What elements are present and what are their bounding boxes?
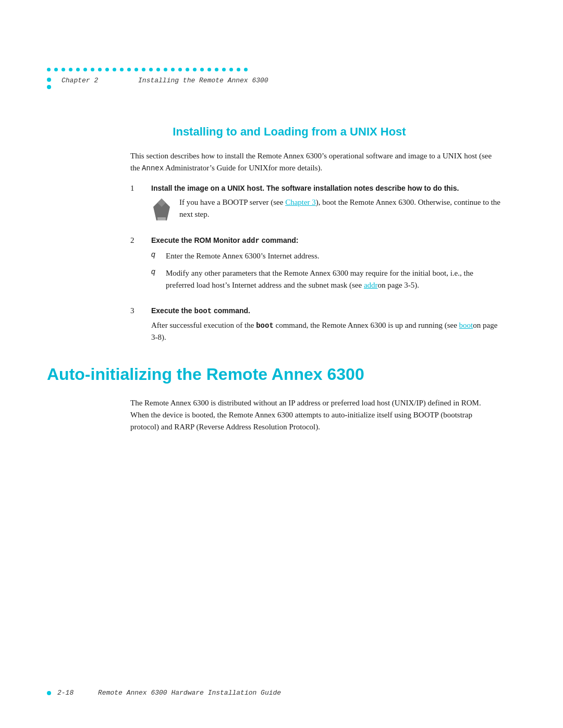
- step2-number: 2: [130, 236, 141, 245]
- step1-note-text: If you have a BOOTP server (see Chapter …: [179, 196, 500, 221]
- bullet-text-2: Modify any other parameters that the Rem…: [166, 267, 500, 292]
- addr-link[interactable]: addr: [364, 281, 378, 289]
- header-dot-4: [76, 68, 80, 71]
- step1-number: 1: [130, 184, 141, 193]
- svg-rect-2: [157, 217, 166, 220]
- header-section: Chapter 2 Installing the Remote Annex 63…: [47, 68, 532, 89]
- header-dot-17: [171, 68, 175, 71]
- header-dot-3: [69, 68, 72, 71]
- footer-text: 2-18 Remote Annex 6300 Hardware Installa…: [57, 689, 281, 697]
- header-dot-12: [134, 68, 138, 71]
- header-dot-26: [237, 68, 240, 71]
- header-dot-16: [164, 68, 167, 71]
- header-dot-25: [229, 68, 233, 71]
- step3-body: After successful execution of the boot c…: [151, 319, 500, 344]
- header-dot-18: [178, 68, 182, 71]
- section2-body: The Remote Annex 6300 is distributed wit…: [130, 397, 500, 434]
- step2-bullets: q Enter the Remote Annex 6300’s Internet…: [151, 250, 500, 292]
- header-dot-21: [200, 68, 204, 71]
- header-dot-24: [222, 68, 226, 71]
- step1-item: 1 Install the image on a UNIX host. The …: [130, 184, 500, 227]
- header-dot-10: [120, 68, 124, 71]
- footer-page-ref: 2-18: [57, 689, 74, 697]
- header-dot-2: [62, 68, 65, 71]
- header-dot-14: [149, 68, 153, 71]
- bullet-dot-2: [47, 85, 51, 89]
- header-dot-20: [193, 68, 197, 71]
- dots-line: [47, 68, 532, 71]
- step1-note: If you have a BOOTP server (see Chapter …: [151, 196, 500, 223]
- bullet-char-1: q: [151, 250, 160, 258]
- chapter-bullets: [47, 78, 51, 89]
- bullet-char-2: q: [151, 267, 160, 276]
- boot-link[interactable]: boot: [459, 321, 473, 329]
- header-dot-8: [105, 68, 109, 71]
- step2-bold: Execute the ROM Monitor addr command:: [151, 236, 500, 245]
- header-dot-5: [83, 68, 87, 71]
- main-content: Installing to and Loading from a UNIX Ho…: [47, 125, 532, 442]
- header-dot-7: [98, 68, 102, 71]
- step1-content: Install the image on a UNIX host. The so…: [151, 184, 500, 227]
- header-dot-27: [244, 68, 248, 71]
- chapter-header-text: Chapter 2 Installing the Remote Annex 63…: [62, 77, 268, 84]
- chapter3-link[interactable]: Chapter 3: [285, 198, 316, 206]
- chapter-title-text: Installing the Remote Annex 6300: [138, 77, 268, 84]
- chapter-label: Chapter 2: [62, 77, 98, 84]
- section1-intro: This section describes how to install th…: [130, 150, 500, 175]
- bullet-text-1: Enter the Remote Annex 6300’s Internet a…: [166, 250, 320, 262]
- numbered-list: 1 Install the image on a UNIX host. The …: [130, 184, 500, 344]
- header-dot-1: [54, 68, 58, 71]
- step2-bullet1: q Enter the Remote Annex 6300’s Internet…: [151, 250, 500, 262]
- header-dot-13: [142, 68, 145, 71]
- step2-content: Execute the ROM Monitor addr command: q …: [151, 236, 500, 297]
- footer-guide-title: Remote Annex 6300 Hardware Installation …: [98, 689, 281, 697]
- footer-bullet: [47, 691, 51, 695]
- step2-bullet2: q Modify any other parameters that the R…: [151, 267, 500, 292]
- bullet-dot-1: [47, 78, 51, 82]
- step2-item: 2 Execute the ROM Monitor addr command: …: [130, 236, 500, 297]
- header-dot-19: [186, 68, 189, 71]
- header-dot-11: [127, 68, 131, 71]
- header-dot-6: [91, 68, 94, 71]
- footer: 2-18 Remote Annex 6300 Hardware Installa…: [47, 689, 532, 697]
- header-dot-0: [47, 68, 51, 71]
- step3-bold: Execute the boot command.: [151, 306, 500, 315]
- header-dot-23: [215, 68, 218, 71]
- header-dot-15: [156, 68, 160, 71]
- step3-number: 3: [130, 306, 141, 315]
- step1-bold: Install the image on a UNIX host. The so…: [151, 184, 500, 192]
- note-icon: [151, 198, 172, 223]
- header-dot-22: [207, 68, 211, 71]
- step3-content: Execute the boot command. After successf…: [151, 306, 500, 344]
- section1-heading: Installing to and Loading from a UNIX Ho…: [47, 125, 532, 139]
- header-dot-9: [113, 68, 116, 71]
- section2-heading: Auto-initializing the Remote Annex 6300: [47, 365, 532, 384]
- step3-item: 3 Execute the boot command. After succes…: [130, 306, 500, 344]
